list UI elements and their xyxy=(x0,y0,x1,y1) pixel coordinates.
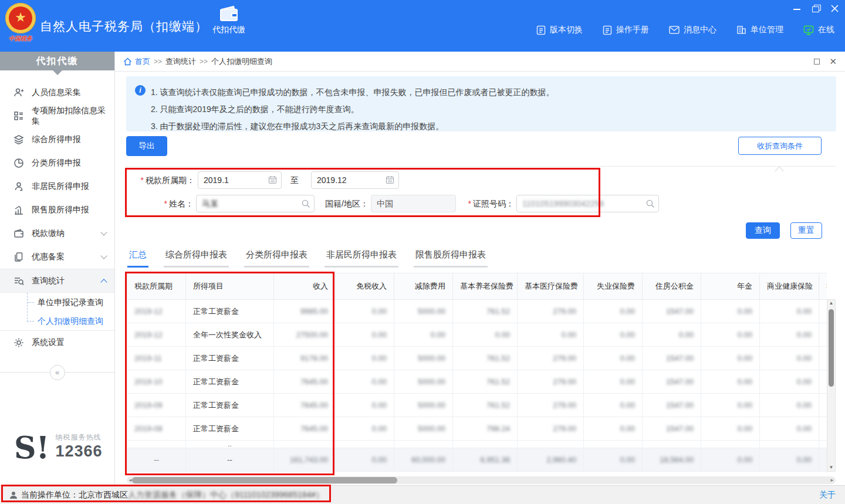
menu-label: 版本切换 xyxy=(550,25,583,35)
info-icon: i xyxy=(135,85,146,96)
search-icon[interactable] xyxy=(645,199,655,208)
sidebar-item-nonresident-income[interactable]: 非居民所得申报 xyxy=(0,175,114,198)
window-controls xyxy=(793,4,839,13)
horizontal-scroll-thumb[interactable] xyxy=(132,477,397,483)
menu-manual[interactable]: 操作手册 xyxy=(603,25,649,35)
menu-org-management[interactable]: 单位管理 xyxy=(736,25,783,35)
vertical-scrollbar[interactable]: ▲ ▼ xyxy=(827,299,836,472)
menu-message-center[interactable]: 消息中心 xyxy=(669,25,716,35)
export-button[interactable]: 导出 xyxy=(126,136,167,156)
period-to-input[interactable]: 2019.12 xyxy=(311,171,399,189)
tab[interactable]: 综合所得申报表 xyxy=(164,249,229,268)
column-header: 年金 xyxy=(701,273,760,300)
window-close-icon[interactable] xyxy=(831,5,839,12)
sidebar: 代扣代缴 人员信息采集 专项附加扣除信息采集 综合所得申报 分类所得申报 非居民… xyxy=(0,52,115,485)
sidebar-item-query-statistics[interactable]: 查询统计 xyxy=(0,269,114,292)
collapse-sidebar-icon[interactable]: « xyxy=(50,365,65,380)
breadcrumb: 首页 >> 查询统计 >> 个人扣缴明细查询 ✕ xyxy=(115,52,845,72)
period-from-input[interactable]: 2019.1 xyxy=(198,171,282,189)
calendar-icon[interactable] xyxy=(386,175,395,185)
table-row[interactable]: 2019-12正常工资薪金9985.000.005000.00761.52279… xyxy=(127,300,827,323)
reset-button[interactable]: 重置 xyxy=(790,222,822,239)
user-icon xyxy=(9,491,18,499)
table-row[interactable]: 2019-12全年一次性奖金收入27500.000.000.000.000.00… xyxy=(127,323,827,347)
collapse-query-button[interactable]: 收折查询条件 xyxy=(738,137,822,155)
table-row[interactable]: 2019-08正常工资薪金7645.000.005000.00798.24279… xyxy=(127,417,827,441)
wallet-icon xyxy=(203,6,255,22)
table-row[interactable]: 2019-09正常工资薪金7645.000.005000.00761.52279… xyxy=(127,394,827,417)
menu-online-status[interactable]: 在线 xyxy=(803,25,834,35)
pane-close-icon[interactable]: ✕ xyxy=(829,59,837,65)
hotline-caption: 纳税服务热线 xyxy=(55,432,102,442)
about-link[interactable]: 关于 xyxy=(819,490,836,500)
query-statistics-submenu: 单位申报记录查询 个人扣缴明细查询 xyxy=(0,292,114,331)
tab[interactable]: 限售股所得申报表 xyxy=(414,249,488,268)
nationality-input: 中国 xyxy=(371,195,456,212)
tab[interactable]: 汇总 xyxy=(127,249,148,268)
table-row[interactable]: 2019-10正常工资薪金7645.000.005000.00761.52279… xyxy=(127,370,827,394)
column-header: 失业保险费 xyxy=(584,273,643,300)
column-header: 减除费用 xyxy=(394,273,453,300)
pie-chart-icon xyxy=(13,157,25,169)
sidebar-item-comprehensive-income[interactable]: 综合所得申报 xyxy=(0,128,114,151)
layers-icon xyxy=(13,134,25,146)
id-number-input[interactable]: 110105199903042258 xyxy=(516,195,659,212)
scroll-up-icon[interactable]: ▲ xyxy=(827,300,835,307)
gear-icon xyxy=(13,337,25,349)
column-header: 住房公积金 xyxy=(643,273,701,300)
current-org-label: 当前操作单位： xyxy=(21,490,79,500)
sidebar-item-special-deduction[interactable]: 专项附加扣除信息采集 xyxy=(0,104,114,128)
sidebar-item-personnel-info[interactable]: 人员信息采集 xyxy=(0,81,114,104)
pane-restore-icon[interactable] xyxy=(814,59,820,65)
breadcrumb-home[interactable]: 首页 xyxy=(135,56,150,67)
sidebar-item-label: 人员信息采集 xyxy=(32,87,81,98)
hotline-mark: S! xyxy=(14,435,49,461)
vertical-scroll-thumb[interactable] xyxy=(829,309,834,387)
sidebar-item-label: 专项附加扣除信息采集 xyxy=(32,106,106,127)
calendar-icon[interactable] xyxy=(268,175,278,185)
menu-label: 在线 xyxy=(818,25,834,35)
caret-up-icon xyxy=(775,161,784,171)
scroll-down-icon[interactable]: ▼ xyxy=(827,464,835,471)
tab[interactable]: 分类所得申报表 xyxy=(244,249,309,268)
window-restore-icon[interactable] xyxy=(812,5,820,12)
sidebar-subitem-personal-withholding-query[interactable]: 个人扣缴明细查询 xyxy=(0,312,114,330)
search-list-icon xyxy=(13,275,25,287)
document-icon xyxy=(536,25,546,35)
breadcrumb-separator: >> xyxy=(154,57,162,66)
table-row[interactable]: 2019-11正常工资薪金9178.000.005000.00761.52279… xyxy=(127,347,827,370)
column-header: 基本医疗保险费 xyxy=(518,273,584,300)
column-header: 所得项目 xyxy=(186,273,274,300)
main-content: i 1. 该查询统计表仅能查询已申报成功的数据，不包含未申报、申报失败，已申报但… xyxy=(115,72,845,485)
menu-version-switch[interactable]: 版本切换 xyxy=(536,25,583,35)
column-header: 税 xyxy=(819,273,827,300)
document-icon xyxy=(603,25,612,35)
tab[interactable]: 非居民所得申报表 xyxy=(325,249,398,268)
id-number-label: 证照号码： xyxy=(464,195,514,212)
wallet-icon xyxy=(13,228,25,239)
copy-icon xyxy=(13,251,25,263)
sidebar-item-preference-filing[interactable]: 优惠备案 xyxy=(0,245,114,269)
notice-line: 2. 只能查询2019年及之后的数据，不能进行跨年度查询。 xyxy=(151,101,827,118)
window-minimize-icon[interactable] xyxy=(793,5,802,12)
nationality-label: 国籍/地区： xyxy=(319,195,369,212)
query-button[interactable]: 查询 xyxy=(746,222,780,239)
mail-icon xyxy=(669,26,680,34)
home-icon xyxy=(123,57,132,66)
current-org-visible: 北京市西城区 xyxy=(79,490,128,500)
column-header: 收入 xyxy=(274,273,336,300)
sidebar-subitem-org-declaration-query[interactable]: 单位申报记录查询 xyxy=(0,293,114,312)
sidebar-item-system-settings[interactable]: 系统设置 xyxy=(0,331,114,354)
sidebar-item-tax-payment[interactable]: 税款缴纳 xyxy=(0,222,114,245)
horizontal-scrollbar[interactable]: ◄ ► xyxy=(127,476,836,484)
sidebar-item-restricted-stock[interactable]: 限售股所得申报 xyxy=(0,198,114,222)
sidebar-item-classified-income[interactable]: 分类所得申报 xyxy=(0,151,114,175)
scroll-right-icon[interactable]: ► xyxy=(829,476,836,484)
bar-chart-icon xyxy=(13,204,25,216)
person-add-icon xyxy=(13,87,25,99)
search-icon[interactable] xyxy=(301,199,310,208)
name-label: 姓名： xyxy=(147,195,194,212)
module-tab-withholding[interactable]: 代扣代缴 xyxy=(203,6,255,48)
divider xyxy=(126,166,836,167)
name-input[interactable]: 马某 xyxy=(196,195,315,212)
